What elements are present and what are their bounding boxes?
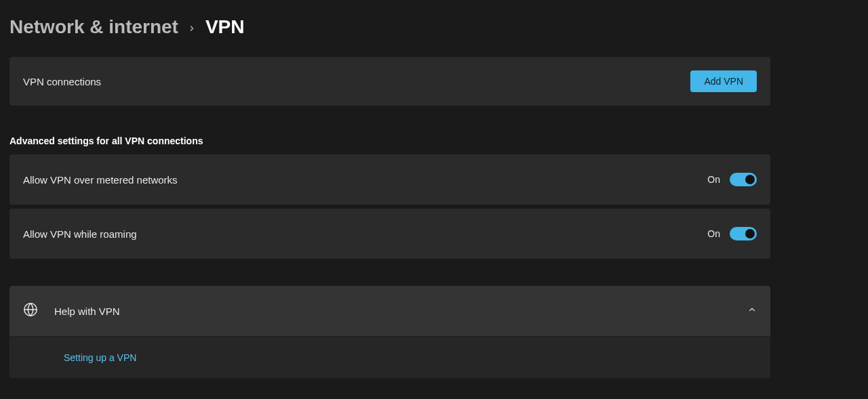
globe-icon	[23, 302, 38, 320]
help-header[interactable]: Help with VPN	[9, 286, 770, 336]
add-vpn-button[interactable]: Add VPN	[690, 70, 757, 92]
breadcrumb-parent[interactable]: Network & internet	[9, 16, 178, 38]
advanced-section-header: Advanced settings for all VPN connection…	[9, 135, 770, 146]
help-block: Help with VPN Setting up a VPN	[9, 286, 770, 378]
allow-vpn-roaming-label: Allow VPN while roaming	[23, 228, 137, 240]
help-header-label: Help with VPN	[54, 306, 120, 317]
toggle-knob	[745, 175, 755, 184]
setting-up-vpn-link[interactable]: Setting up a VPN	[64, 352, 136, 363]
vpn-connections-card: VPN connections Add VPN	[9, 57, 770, 106]
allow-vpn-roaming-row: Allow VPN while roaming On	[9, 209, 770, 259]
allow-vpn-metered-toggle[interactable]	[730, 173, 757, 186]
allow-vpn-roaming-state: On	[707, 228, 720, 239]
page-title: VPN	[205, 16, 245, 38]
breadcrumb: Network & internet VPN	[9, 16, 770, 38]
help-body: Setting up a VPN	[9, 336, 770, 378]
toggle-knob	[745, 229, 755, 238]
chevron-right-icon	[188, 22, 196, 36]
allow-vpn-roaming-toggle[interactable]	[730, 227, 757, 240]
allow-vpn-metered-label: Allow VPN over metered networks	[23, 174, 178, 186]
chevron-up-icon	[747, 305, 757, 317]
vpn-connections-label: VPN connections	[23, 76, 101, 87]
allow-vpn-metered-state: On	[707, 174, 720, 185]
allow-vpn-metered-row: Allow VPN over metered networks On	[9, 154, 770, 205]
